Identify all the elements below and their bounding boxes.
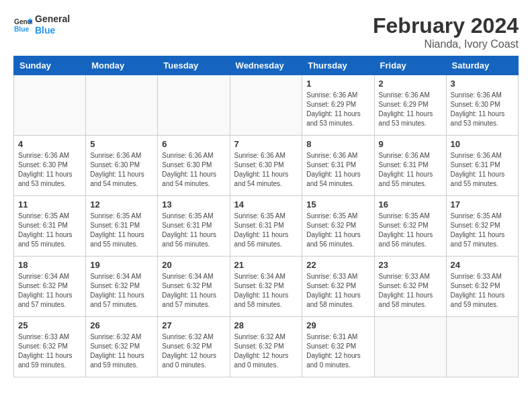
day-number: 4 — [18, 139, 81, 149]
day-info: Sunrise: 6:34 AM Sunset: 6:32 PM Dayligh… — [90, 272, 153, 310]
day-info: Sunrise: 6:34 AM Sunset: 6:32 PM Dayligh… — [162, 272, 225, 310]
calendar-cell: 12Sunrise: 6:35 AM Sunset: 6:31 PM Dayli… — [86, 196, 158, 257]
day-info: Sunrise: 6:35 AM Sunset: 6:32 PM Dayligh… — [306, 212, 369, 249]
calendar-cell: 14Sunrise: 6:35 AM Sunset: 6:31 PM Dayli… — [230, 196, 302, 257]
day-number: 11 — [18, 199, 81, 210]
calendar-cell: 29Sunrise: 6:31 AM Sunset: 6:32 PM Dayli… — [302, 317, 374, 377]
day-number: 27 — [162, 320, 225, 330]
day-info: Sunrise: 6:33 AM Sunset: 6:32 PM Dayligh… — [451, 272, 514, 310]
weekday-header-thursday: Thursday — [302, 56, 374, 75]
week-row-5: 25Sunrise: 6:33 AM Sunset: 6:32 PM Dayli… — [14, 317, 519, 377]
day-number: 10 — [451, 139, 514, 149]
day-number: 13 — [162, 199, 225, 210]
location-subtitle: Nianda, Ivory Coast — [373, 38, 519, 50]
calendar-cell — [374, 317, 446, 377]
calendar-cell — [230, 75, 302, 136]
day-number: 16 — [379, 199, 442, 210]
weekday-header-saturday: Saturday — [446, 56, 518, 75]
day-number: 22 — [306, 260, 369, 270]
calendar-cell: 19Sunrise: 6:34 AM Sunset: 6:32 PM Dayli… — [86, 257, 158, 317]
day-number: 7 — [234, 139, 298, 149]
day-number: 23 — [379, 260, 442, 270]
day-number: 24 — [451, 260, 514, 270]
day-info: Sunrise: 6:36 AM Sunset: 6:31 PM Dayligh… — [379, 151, 442, 189]
calendar-cell: 26Sunrise: 6:32 AM Sunset: 6:32 PM Dayli… — [86, 317, 158, 377]
day-info: Sunrise: 6:36 AM Sunset: 6:29 PM Dayligh… — [306, 91, 369, 128]
day-info: Sunrise: 6:35 AM Sunset: 6:31 PM Dayligh… — [18, 212, 81, 249]
day-info: Sunrise: 6:36 AM Sunset: 6:29 PM Dayligh… — [379, 91, 442, 128]
day-number: 8 — [306, 139, 369, 149]
week-row-1: 1Sunrise: 6:36 AM Sunset: 6:29 PM Daylig… — [14, 75, 519, 136]
calendar-cell: 6Sunrise: 6:36 AM Sunset: 6:30 PM Daylig… — [158, 136, 230, 196]
logo-line1: General — [35, 13, 70, 25]
day-number: 6 — [162, 139, 225, 149]
logo-line2: Blue — [35, 25, 70, 36]
main-title: February 2024 — [373, 13, 519, 38]
calendar-cell: 7Sunrise: 6:36 AM Sunset: 6:30 PM Daylig… — [230, 136, 302, 196]
day-number: 29 — [306, 320, 369, 330]
calendar-cell: 15Sunrise: 6:35 AM Sunset: 6:32 PM Dayli… — [302, 196, 374, 257]
day-number: 28 — [234, 320, 298, 330]
calendar-cell: 16Sunrise: 6:35 AM Sunset: 6:32 PM Dayli… — [374, 196, 446, 257]
logo: General Blue General Blue — [13, 13, 70, 36]
svg-text:Blue: Blue — [14, 26, 30, 33]
weekday-header-wednesday: Wednesday — [230, 56, 302, 75]
day-number: 17 — [451, 199, 514, 210]
day-info: Sunrise: 6:32 AM Sunset: 6:32 PM Dayligh… — [90, 332, 153, 370]
calendar-cell: 10Sunrise: 6:36 AM Sunset: 6:31 PM Dayli… — [446, 136, 518, 196]
day-number: 2 — [379, 79, 442, 89]
day-info: Sunrise: 6:32 AM Sunset: 6:32 PM Dayligh… — [234, 332, 298, 370]
day-info: Sunrise: 6:36 AM Sunset: 6:30 PM Dayligh… — [451, 91, 514, 128]
day-number: 15 — [306, 199, 369, 210]
calendar-cell: 20Sunrise: 6:34 AM Sunset: 6:32 PM Dayli… — [158, 257, 230, 317]
calendar-cell: 22Sunrise: 6:33 AM Sunset: 6:32 PM Dayli… — [302, 257, 374, 317]
day-info: Sunrise: 6:36 AM Sunset: 6:31 PM Dayligh… — [306, 151, 369, 189]
title-section: February 2024 Nianda, Ivory Coast — [373, 13, 519, 50]
day-number: 1 — [306, 79, 369, 89]
calendar-cell: 4Sunrise: 6:36 AM Sunset: 6:30 PM Daylig… — [14, 136, 86, 196]
calendar-cell: 9Sunrise: 6:36 AM Sunset: 6:31 PM Daylig… — [374, 136, 446, 196]
week-row-4: 18Sunrise: 6:34 AM Sunset: 6:32 PM Dayli… — [14, 257, 519, 317]
calendar-cell: 13Sunrise: 6:35 AM Sunset: 6:31 PM Dayli… — [158, 196, 230, 257]
day-number: 21 — [234, 260, 298, 270]
logo-icon: General Blue — [13, 15, 32, 34]
day-number: 5 — [90, 139, 153, 149]
weekday-header-friday: Friday — [374, 56, 446, 75]
day-info: Sunrise: 6:34 AM Sunset: 6:32 PM Dayligh… — [18, 272, 81, 310]
day-number: 9 — [379, 139, 442, 149]
calendar-cell: 2Sunrise: 6:36 AM Sunset: 6:29 PM Daylig… — [374, 75, 446, 136]
calendar-table: SundayMondayTuesdayWednesdayThursdayFrid… — [13, 56, 519, 377]
calendar-cell — [158, 75, 230, 136]
day-info: Sunrise: 6:35 AM Sunset: 6:32 PM Dayligh… — [451, 212, 514, 249]
calendar-cell — [14, 75, 86, 136]
page-header: General Blue General Blue February 2024 … — [13, 13, 519, 50]
day-info: Sunrise: 6:33 AM Sunset: 6:32 PM Dayligh… — [18, 332, 81, 370]
day-info: Sunrise: 6:35 AM Sunset: 6:31 PM Dayligh… — [234, 212, 298, 249]
day-info: Sunrise: 6:34 AM Sunset: 6:32 PM Dayligh… — [234, 272, 298, 310]
day-info: Sunrise: 6:35 AM Sunset: 6:31 PM Dayligh… — [162, 212, 225, 249]
calendar-cell: 3Sunrise: 6:36 AM Sunset: 6:30 PM Daylig… — [446, 75, 518, 136]
day-info: Sunrise: 6:35 AM Sunset: 6:31 PM Dayligh… — [90, 212, 153, 249]
day-number: 12 — [90, 199, 153, 210]
calendar-cell — [86, 75, 158, 136]
week-row-3: 11Sunrise: 6:35 AM Sunset: 6:31 PM Dayli… — [14, 196, 519, 257]
calendar-cell: 23Sunrise: 6:33 AM Sunset: 6:32 PM Dayli… — [374, 257, 446, 317]
weekday-header-row: SundayMondayTuesdayWednesdayThursdayFrid… — [14, 56, 519, 75]
day-info: Sunrise: 6:33 AM Sunset: 6:32 PM Dayligh… — [379, 272, 442, 310]
week-row-2: 4Sunrise: 6:36 AM Sunset: 6:30 PM Daylig… — [14, 136, 519, 196]
calendar-cell: 25Sunrise: 6:33 AM Sunset: 6:32 PM Dayli… — [14, 317, 86, 377]
day-info: Sunrise: 6:32 AM Sunset: 6:32 PM Dayligh… — [162, 332, 225, 370]
calendar-cell: 21Sunrise: 6:34 AM Sunset: 6:32 PM Dayli… — [230, 257, 302, 317]
weekday-header-sunday: Sunday — [14, 56, 86, 75]
day-number: 19 — [90, 260, 153, 270]
calendar-cell: 27Sunrise: 6:32 AM Sunset: 6:32 PM Dayli… — [158, 317, 230, 377]
calendar-cell: 28Sunrise: 6:32 AM Sunset: 6:32 PM Dayli… — [230, 317, 302, 377]
day-info: Sunrise: 6:36 AM Sunset: 6:30 PM Dayligh… — [18, 151, 81, 189]
day-info: Sunrise: 6:36 AM Sunset: 6:30 PM Dayligh… — [234, 151, 298, 189]
calendar-cell: 17Sunrise: 6:35 AM Sunset: 6:32 PM Dayli… — [446, 196, 518, 257]
day-info: Sunrise: 6:35 AM Sunset: 6:32 PM Dayligh… — [379, 212, 442, 249]
calendar-cell: 11Sunrise: 6:35 AM Sunset: 6:31 PM Dayli… — [14, 196, 86, 257]
day-number: 14 — [234, 199, 298, 210]
calendar-cell: 1Sunrise: 6:36 AM Sunset: 6:29 PM Daylig… — [302, 75, 374, 136]
calendar-cell: 8Sunrise: 6:36 AM Sunset: 6:31 PM Daylig… — [302, 136, 374, 196]
